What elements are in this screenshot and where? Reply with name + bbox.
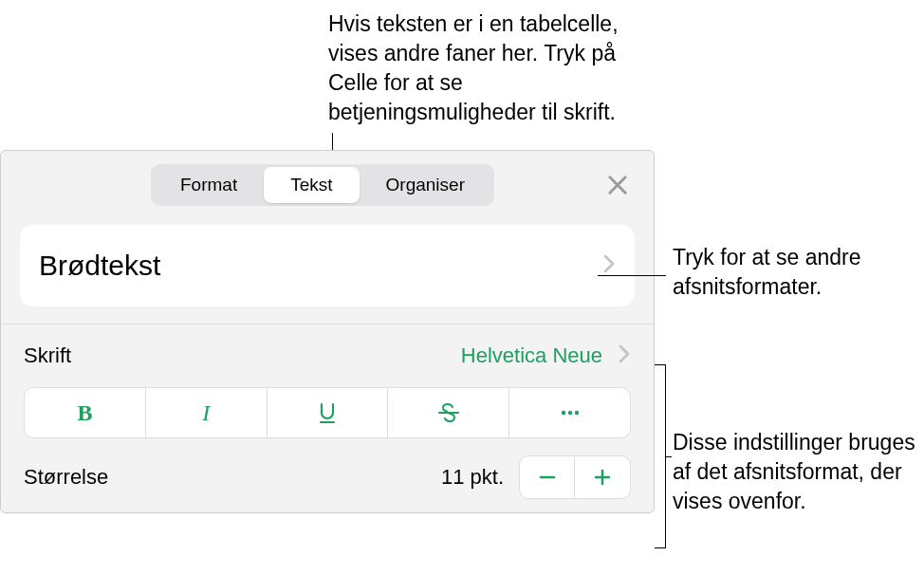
size-value: 11 pkt. bbox=[441, 465, 504, 490]
more-options-button[interactable] bbox=[509, 388, 630, 437]
strikethrough-button[interactable] bbox=[388, 388, 509, 437]
callout-right-1: Tryk for at se andre afsnitsformater. bbox=[673, 243, 924, 302]
minus-icon bbox=[537, 467, 558, 488]
tab-text[interactable]: Tekst bbox=[264, 167, 359, 203]
svg-point-6 bbox=[574, 411, 578, 415]
callout-leader-line bbox=[666, 456, 672, 457]
font-picker-row[interactable]: Skrift Helvetica Neue bbox=[1, 325, 654, 383]
italic-icon: I bbox=[202, 400, 210, 426]
size-decrease-button[interactable] bbox=[520, 456, 575, 498]
format-panel: Format Tekst Organiser Brødtekst Skrift … bbox=[0, 150, 655, 513]
more-icon bbox=[558, 400, 582, 425]
size-stepper bbox=[519, 455, 631, 499]
bold-button[interactable]: B bbox=[25, 388, 146, 437]
paragraph-style-picker[interactable]: Brødtekst bbox=[20, 225, 635, 306]
tab-format[interactable]: Format bbox=[154, 167, 264, 203]
size-increase-button[interactable] bbox=[575, 456, 630, 498]
close-button[interactable] bbox=[604, 172, 631, 198]
size-label: Størrelse bbox=[24, 465, 108, 490]
tab-organize[interactable]: Organiser bbox=[360, 167, 491, 203]
underline-icon bbox=[315, 400, 340, 425]
callout-right-2: Disse indstillinger bruges af det afsnit… bbox=[673, 428, 924, 516]
svg-point-4 bbox=[561, 411, 564, 415]
underline-button[interactable] bbox=[268, 388, 389, 437]
segmented-control: Format Tekst Organiser bbox=[151, 164, 494, 206]
callout-bracket bbox=[655, 364, 666, 548]
tabs-row: Format Tekst Organiser bbox=[1, 151, 654, 215]
bold-icon: B bbox=[77, 400, 92, 426]
plus-icon bbox=[592, 467, 613, 488]
italic-button[interactable]: I bbox=[146, 388, 268, 437]
font-label: Skrift bbox=[24, 343, 71, 368]
callout-top: Hvis teksten er i en tabelcelle, vises a… bbox=[328, 9, 651, 127]
font-size-row: Størrelse 11 pkt. bbox=[1, 452, 654, 503]
text-style-button-group: B I bbox=[24, 387, 631, 438]
close-icon bbox=[604, 172, 631, 198]
paragraph-style-label: Brødtekst bbox=[39, 250, 160, 282]
chevron-right-icon bbox=[618, 343, 631, 368]
svg-point-5 bbox=[567, 411, 571, 415]
font-value: Helvetica Neue bbox=[461, 343, 602, 368]
strikethrough-icon bbox=[436, 400, 461, 425]
callout-leader-line bbox=[598, 275, 666, 276]
